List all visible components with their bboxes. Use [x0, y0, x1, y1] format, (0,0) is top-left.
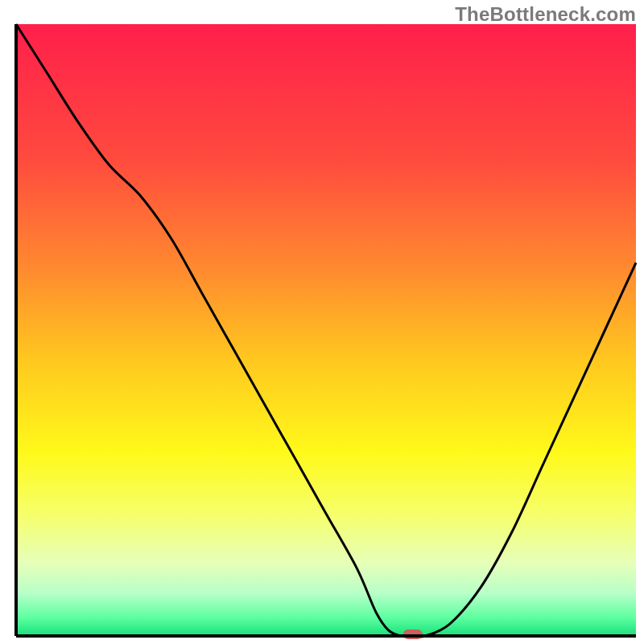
plot-background [16, 24, 636, 636]
chart-container: TheBottleneck.com [0, 0, 644, 644]
bottleneck-curve-chart [0, 0, 644, 644]
